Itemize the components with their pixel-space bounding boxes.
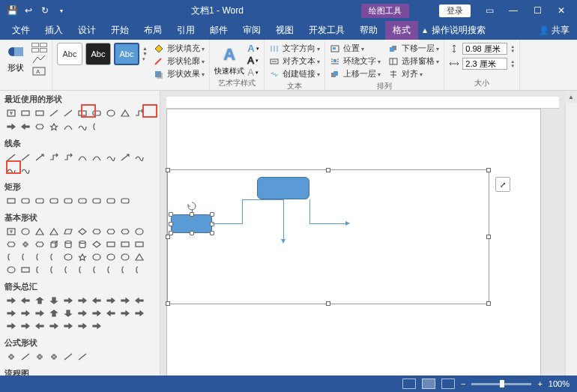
shape-option[interactable] xyxy=(19,107,32,119)
shape-option[interactable] xyxy=(33,238,46,250)
shape-effects-button[interactable]: 形状效果 xyxy=(154,68,205,79)
tab-layout[interactable]: 布局 xyxy=(136,21,169,40)
tab-insert[interactable]: 插入 xyxy=(37,21,70,40)
shape-option[interactable] xyxy=(33,151,46,163)
shape-option[interactable] xyxy=(4,226,18,238)
style-more-icon[interactable]: ▾ xyxy=(142,56,148,62)
zoom-slider[interactable] xyxy=(471,383,531,385)
connector-line-3[interactable] xyxy=(242,199,283,200)
shape-option[interactable] xyxy=(61,320,75,332)
shapes-gallery-button[interactable]: 形状 xyxy=(4,43,27,73)
shape-option[interactable] xyxy=(90,264,103,276)
shape-option[interactable] xyxy=(19,307,32,319)
quick-styles-button[interactable]: A 快速样式 xyxy=(214,45,244,76)
shape-option[interactable] xyxy=(76,195,89,207)
shape-option[interactable] xyxy=(47,307,61,319)
width-down-icon[interactable]: ▼ xyxy=(510,64,515,68)
drawing-canvas[interactable] xyxy=(167,169,489,304)
shape-option[interactable] xyxy=(33,264,46,276)
shape-option[interactable] xyxy=(4,295,18,307)
shape-option[interactable] xyxy=(19,151,32,163)
tab-design[interactable]: 设计 xyxy=(70,21,103,40)
redo-icon[interactable]: ↻ xyxy=(37,3,52,18)
shape-option[interactable] xyxy=(4,195,18,207)
shape-option[interactable] xyxy=(61,351,75,363)
qat-more-icon[interactable]: ▾ xyxy=(54,3,69,18)
zoom-in-button[interactable]: + xyxy=(537,379,542,388)
shape-option[interactable] xyxy=(19,226,32,238)
shape-option[interactable] xyxy=(76,226,89,238)
shape-option[interactable] xyxy=(104,264,118,276)
shape-option[interactable] xyxy=(76,295,89,307)
shape-option[interactable] xyxy=(133,295,146,307)
shape-outline-button[interactable]: 形状轮廓 xyxy=(154,55,205,67)
align-text-button[interactable]: 对齐文本 xyxy=(269,55,320,67)
shape-option[interactable] xyxy=(118,226,132,238)
shape-option[interactable] xyxy=(61,121,75,133)
shape-option[interactable] xyxy=(90,226,103,238)
shape-option[interactable] xyxy=(90,195,103,207)
shape-option[interactable] xyxy=(133,226,146,238)
shape-option[interactable] xyxy=(33,251,46,263)
shape-option[interactable] xyxy=(133,264,146,276)
text-outline-icon[interactable]: A▾ xyxy=(247,55,259,66)
shape-option[interactable] xyxy=(118,238,132,250)
shape-option[interactable] xyxy=(104,295,118,307)
shape-option[interactable] xyxy=(104,251,118,263)
maximize-icon[interactable]: ☐ xyxy=(526,5,549,16)
shape-option[interactable] xyxy=(118,264,132,276)
connector-line-5[interactable] xyxy=(309,223,347,224)
shape-style-preset-2[interactable]: Abc xyxy=(85,43,111,65)
shape-option[interactable] xyxy=(118,195,132,207)
send-backward-button[interactable]: 下移一层 xyxy=(388,43,439,54)
shape-option[interactable] xyxy=(33,307,46,319)
shape-option[interactable] xyxy=(133,251,146,263)
shape-option[interactable] xyxy=(47,226,61,238)
shape-option[interactable] xyxy=(47,107,61,119)
shape-option[interactable] xyxy=(4,251,18,263)
shape-option[interactable] xyxy=(47,151,61,163)
shape-option[interactable] xyxy=(19,121,32,133)
shape-option[interactable] xyxy=(33,226,46,238)
shape-option[interactable] xyxy=(61,226,75,238)
shape-option[interactable] xyxy=(19,251,32,263)
tab-home[interactable]: 开始 xyxy=(103,21,136,40)
shape-option[interactable] xyxy=(47,238,61,250)
shape-style-preset-3[interactable]: Abc xyxy=(114,43,139,65)
text-fill-icon[interactable]: A▾ xyxy=(247,43,259,54)
shape-option[interactable] xyxy=(4,351,18,363)
shape-option[interactable] xyxy=(19,164,32,176)
selection-pane-button[interactable]: 选择窗格 xyxy=(388,55,439,67)
connector-line-2[interactable] xyxy=(242,199,243,224)
shape-option[interactable] xyxy=(76,151,89,163)
shape-option[interactable] xyxy=(90,107,103,119)
scroll-up-icon[interactable]: ▲ xyxy=(565,91,577,103)
shape-option[interactable] xyxy=(4,164,18,176)
shape-option[interactable] xyxy=(61,251,75,263)
minimize-icon[interactable]: — xyxy=(502,5,525,16)
align-button[interactable]: 对齐 xyxy=(388,68,439,79)
style-scroll-down-icon[interactable]: ▼ xyxy=(142,51,148,56)
tab-file[interactable]: 文件 xyxy=(4,21,37,40)
shape-option[interactable] xyxy=(133,238,146,250)
login-button[interactable]: 登录 xyxy=(439,4,471,17)
shape-option[interactable] xyxy=(4,264,18,276)
wrap-text-button[interactable]: 环绕文字 xyxy=(330,55,381,67)
shape-fill-button[interactable]: 形状填充 xyxy=(154,43,205,54)
tab-view[interactable]: 视图 xyxy=(268,21,301,40)
shape-option[interactable] xyxy=(61,295,75,307)
shape-option[interactable] xyxy=(133,307,146,319)
shape-option[interactable] xyxy=(47,320,61,332)
edit-shape-icon[interactable] xyxy=(31,54,46,64)
zoom-level[interactable]: 100% xyxy=(549,379,570,388)
tell-me-search[interactable]: 操作说明搜索 xyxy=(421,24,486,37)
text-effects-icon[interactable]: A▾ xyxy=(247,67,259,78)
layout-options-button[interactable]: ⤢ xyxy=(495,177,510,192)
shape-option[interactable] xyxy=(33,121,46,133)
shape-option[interactable] xyxy=(19,264,32,276)
shape-option[interactable] xyxy=(61,195,75,207)
shape-option[interactable] xyxy=(4,121,18,133)
shape-option[interactable] xyxy=(90,320,103,332)
shape-preset-grid[interactable] xyxy=(31,43,47,52)
shape-option[interactable] xyxy=(104,151,118,163)
